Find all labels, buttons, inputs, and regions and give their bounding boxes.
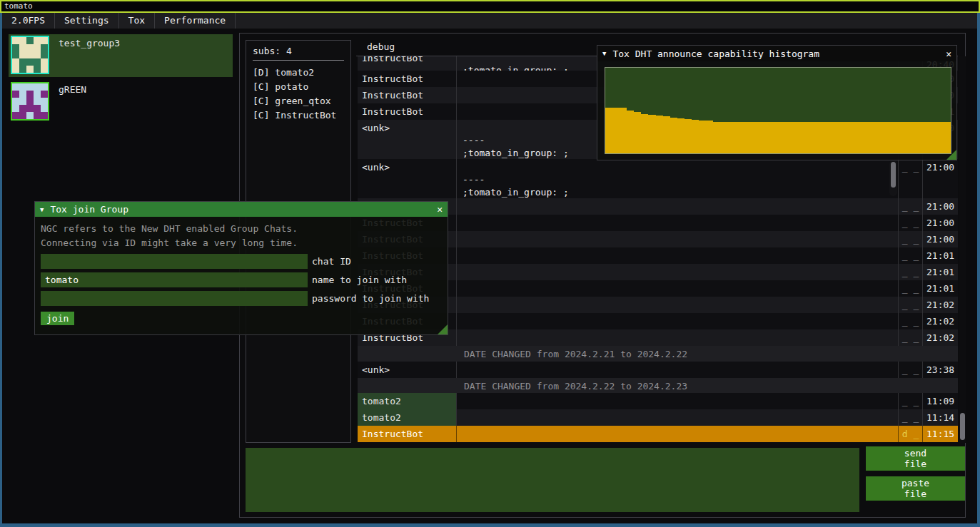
histogram-bar [749, 122, 757, 153]
message-text: ;tomato_in_group: ; [457, 297, 899, 313]
avatar-pixel [26, 37, 34, 44]
message-timestamp: 11:09 [923, 393, 958, 409]
message-cell-scrollbar[interactable] [889, 160, 897, 196]
avatar-pixel [12, 112, 19, 119]
join-field-row: name to join with [41, 272, 442, 287]
avatar-pixel [26, 91, 34, 98]
dht-histogram-plot [605, 67, 951, 154]
menu-item[interactable]: Tox [119, 13, 155, 29]
histogram-bar [872, 122, 879, 153]
join-field-input[interactable] [41, 272, 308, 287]
message-text: ;tomato_in_group: ; [457, 313, 899, 329]
message-timestamp: 21:02 [923, 329, 958, 346]
histogram-bar [921, 122, 929, 153]
avatar-pixel [19, 98, 26, 105]
avatar-pixel [19, 66, 26, 73]
message-row: tomato2 chat is this real? _ _ 11:09 [358, 393, 958, 409]
app-window: tomato 2.0FPS Settings Tox Performance [0, 0, 980, 527]
message-status: _ _ [899, 393, 923, 409]
paste-file-button[interactable]: paste file [866, 476, 965, 501]
message-status: _ _ [899, 329, 923, 346]
contact-list-item[interactable]: test_group3 [9, 34, 233, 77]
message-text: ;tomato_in_group: ; [457, 215, 899, 231]
message-status: _ _ [899, 247, 923, 264]
chat-scrollbar-handle[interactable] [960, 413, 965, 440]
histogram-window-titlebar[interactable]: ▼ Tox DHT announce capability histogram … [597, 46, 956, 61]
message-timestamp: 21:02 [923, 313, 958, 329]
contact-list-item[interactable]: gREEN [9, 81, 233, 122]
join-field-input[interactable] [41, 291, 308, 306]
message-sender: tomato2 [358, 393, 457, 409]
avatar-pixel [12, 58, 19, 66]
message-text: ;tomato_in_group: ; [457, 231, 899, 247]
histogram-bar [907, 122, 914, 153]
histogram-bar [936, 122, 944, 153]
date-changed-row: DATE CHANGED from 2024.2.22 to 2024.2.23 [358, 378, 958, 393]
message-row: <unk> ---- ;tomato_in_group: ; ---- _ _ … [358, 159, 958, 198]
message-row: tomato2 bot, are you new here? _ _ 11:14 [358, 409, 958, 426]
avatar-pixel [41, 37, 48, 44]
histogram-bar [734, 122, 742, 153]
message-timestamp: 21:00 [923, 231, 958, 247]
join-field-label: password to join with [312, 293, 429, 304]
histogram-bar [685, 119, 692, 153]
histogram-bar [641, 114, 648, 153]
message-status: _ _ [899, 409, 923, 426]
send-file-button[interactable]: send file [866, 446, 965, 471]
message-row: DATE CHANGED from 2024.2.22 to 2024.2.23 [358, 378, 958, 393]
menu-item[interactable]: Performance [155, 13, 236, 29]
join-window-titlebar[interactable]: ▼ Tox join Group ✕ [35, 202, 448, 217]
histogram-window-title: Tox DHT announce capability histogram [612, 48, 819, 59]
histogram-bar [670, 118, 677, 153]
menu-bar: 2.0FPS Settings Tox Performance [2, 13, 977, 29]
histogram-bar [764, 122, 771, 153]
member-list-item[interactable]: [C] InstructBot [253, 108, 344, 123]
member-list-item[interactable]: [C] potato [253, 80, 344, 94]
message-timestamp: 21:01 [923, 247, 958, 264]
menu-item[interactable]: 2.0FPS [2, 13, 55, 29]
message-sender: <unk> [358, 120, 457, 159]
collapse-icon[interactable]: ▼ [602, 50, 606, 57]
message-status: _ _ [899, 198, 923, 215]
avatar-pixel [41, 44, 48, 51]
os-titlebar[interactable]: tomato [0, 0, 980, 13]
resize-grip-icon[interactable] [438, 324, 448, 334]
avatar-pixel [34, 105, 41, 112]
close-icon[interactable]: ✕ [437, 204, 443, 215]
histogram-bar [900, 122, 907, 153]
histogram-bar [879, 122, 886, 153]
avatar-pixel [26, 51, 34, 58]
group-avatar [11, 36, 49, 74]
member-list-item[interactable]: [C] green_qtox [253, 94, 344, 108]
close-icon[interactable]: ✕ [946, 48, 951, 59]
join-group-window: ▼ Tox join Group ✕ NGC refers to the New… [34, 201, 448, 335]
group-name: test_group3 [59, 38, 120, 48]
message-sender: InstructBot [358, 87, 457, 103]
chat-scrollbar[interactable] [959, 56, 966, 443]
group-name: gREEN [59, 84, 86, 95]
scrollbar-handle[interactable] [891, 162, 896, 188]
histogram-bar [692, 120, 699, 153]
join-field-input[interactable] [41, 254, 308, 269]
histogram-bar [706, 121, 713, 153]
tab-debug[interactable]: debug [367, 41, 395, 52]
avatar-pixel [12, 83, 19, 91]
message-row: DATE CHANGED from 2024.2.21 to 2024.2.22 [358, 346, 958, 362]
collapse-icon[interactable]: ▼ [40, 206, 44, 213]
message-timestamp: 21:01 [923, 280, 958, 297]
message-input[interactable] [246, 448, 859, 512]
avatar-pixel [12, 66, 19, 73]
histogram-bar [843, 122, 850, 153]
member-list-item[interactable]: [D] tomato2 [253, 66, 344, 80]
resize-grip-icon[interactable] [946, 150, 956, 160]
histogram-bar [929, 122, 936, 153]
join-field-row: password to join with [41, 291, 442, 306]
histogram-bar [807, 122, 814, 153]
avatar-pixel [26, 44, 34, 51]
avatar-pixel [34, 98, 41, 105]
avatar-pixel [19, 112, 26, 119]
menu-item[interactable]: Settings [55, 13, 119, 29]
histogram-bar [778, 122, 785, 153]
join-button[interactable]: join [41, 312, 74, 325]
message-sender: InstructBot [358, 426, 457, 442]
